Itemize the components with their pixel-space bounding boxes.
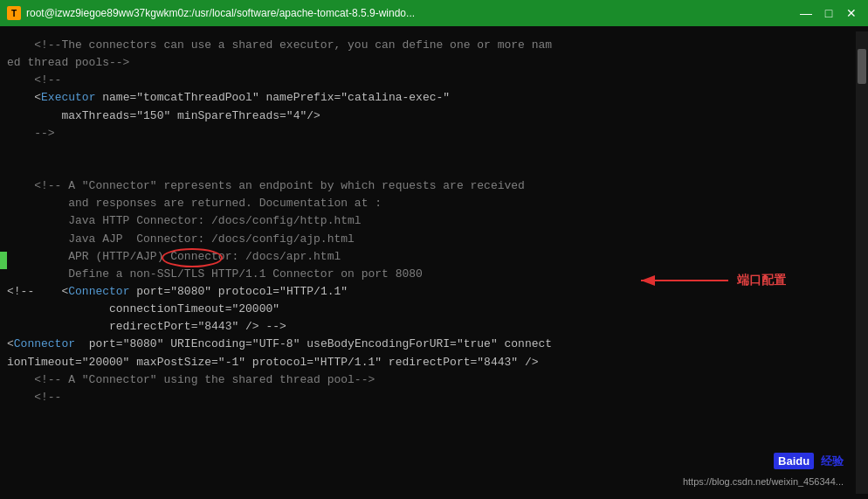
baidu-exp-label: 经验 <box>821 454 844 468</box>
terminal-line: Java HTTP Connector: /docs/config/http.h… <box>7 212 849 230</box>
terminal-line: <Connector port="8080" URIEncoding="UTF-… <box>7 336 849 353</box>
terminal-line: connectionTimeout="20000" <box>7 301 849 318</box>
terminal-icon: T <box>7 6 21 20</box>
titlebar-left: T root@izwz9iegoe89ww37kgwkm0z:/usr/loca… <box>7 6 415 20</box>
terminal-line: <Executor name="tomcatThreadPool" namePr… <box>7 89 849 107</box>
terminal-lines: <!--The connectors can use a shared exec… <box>7 37 849 406</box>
terminal-line: maxThreads="150" minSpareThreads="4"/> <box>7 107 849 125</box>
terminal-line: ionTimeout="20000" maxPostSize="-1" prot… <box>7 354 849 371</box>
scrollbar-thumb[interactable] <box>858 49 866 84</box>
terminal-line: <!--The connectors can use a shared exec… <box>7 37 849 54</box>
url-watermark: https://blog.csdn.net/weixin_456344... <box>683 476 844 487</box>
baidu-watermark: Baidu 经验 <box>774 453 844 469</box>
terminal-line: ed thread pools--> <box>7 54 849 72</box>
terminal-line: APR (HTTP/AJP) Connector: /docs/apr.html <box>7 248 849 266</box>
maximize-button[interactable]: □ <box>819 4 838 22</box>
close-button[interactable]: ✕ <box>842 4 861 22</box>
titlebar-controls: — □ ✕ <box>796 4 861 22</box>
terminal-line: Define a non-SSL/TLS HTTP/1.1 Connector … <box>7 266 849 283</box>
titlebar-title: root@izwz9iegoe89ww37kgwkm0z:/usr/local/… <box>26 7 415 19</box>
terminal-line: redirectPort="8443" /> --> <box>7 318 849 336</box>
terminal-line: <!-- <box>7 72 849 89</box>
terminal-line: and responses are returned. Documentatio… <box>7 195 849 212</box>
terminal-line: --> <box>7 125 849 142</box>
terminal-line <box>7 160 849 177</box>
terminal: 端口配置 <!--The connectors can use a shared… <box>0 26 868 499</box>
baidu-logo: Baidu <box>774 453 814 469</box>
terminal-line: <!-- A "Connector" represents an endpoin… <box>7 177 849 195</box>
scrollbar[interactable] <box>856 31 868 494</box>
terminal-line: <!-- A "Connector" using the shared thre… <box>7 371 849 389</box>
terminal-line <box>7 142 849 160</box>
terminal-content[interactable]: 端口配置 <!--The connectors can use a shared… <box>0 31 856 494</box>
minimize-button[interactable]: — <box>796 4 816 22</box>
terminal-line: Java AJP Connector: /docs/config/ajp.htm… <box>7 231 849 248</box>
green-indicator <box>0 252 7 269</box>
terminal-line: <!-- <Connector port="8080" protocol="HT… <box>7 283 849 301</box>
terminal-line: <!-- <box>7 389 849 406</box>
titlebar: T root@izwz9iegoe89ww37kgwkm0z:/usr/loca… <box>0 0 868 26</box>
